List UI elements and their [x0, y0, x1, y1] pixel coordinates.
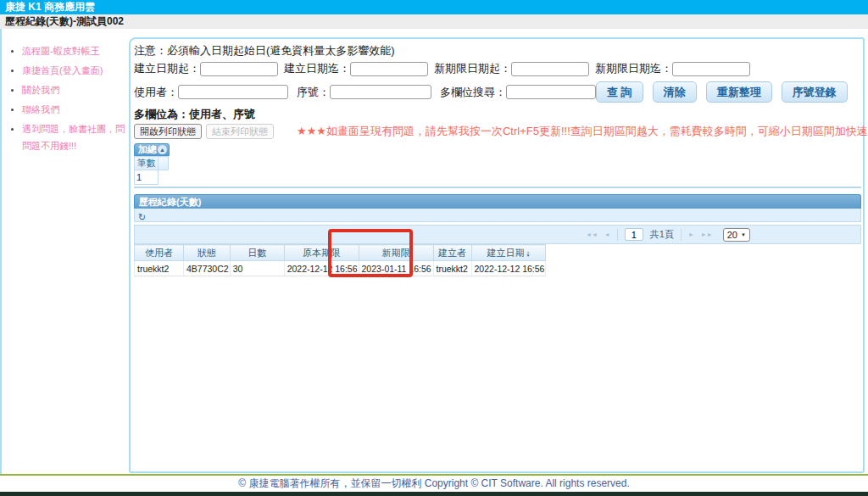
sidebar-item: 關於我們 — [22, 81, 129, 98]
user-label: 使用者： — [134, 85, 178, 100]
refresh-button[interactable]: 重新整理 — [706, 81, 772, 103]
total-pages-label: 共1頁 — [650, 228, 674, 241]
cell-days: 30 — [230, 261, 284, 276]
footer: © 康捷電腦著作權所有，並保留一切權利 Copyright © CIT Soft… — [0, 476, 868, 492]
created-from-label: 建立日期起： — [134, 61, 200, 76]
end-print-status-button: 結束列印狀態 — [206, 124, 274, 139]
serial-label: 序號： — [297, 85, 330, 100]
column-header-status[interactable]: 狀態 — [184, 245, 231, 261]
cell-status: 4B7730C2 — [184, 261, 231, 276]
sum-value-cell: 1 — [135, 170, 159, 185]
sum-value-filler — [159, 170, 169, 185]
sidebar-menu: 流程圖-蝦皮對帳王 康捷首頁(登入畫面) 關於我們 聯絡我們 遇到問題，臉書社團… — [2, 42, 129, 154]
sum-column-header: 筆數 — [135, 157, 159, 170]
action-buttons: 查 詢 清除 重新整理 序號登錄 — [596, 81, 848, 103]
pager-separator — [681, 229, 682, 241]
pager-next-button[interactable]: ► — [685, 231, 698, 237]
cell-user: truekkt2 — [135, 261, 184, 276]
sort-icon: ▲▼ — [526, 250, 531, 257]
multifield-search-input[interactable] — [506, 85, 596, 99]
pager-prev-button[interactable]: ◄ — [601, 231, 614, 237]
filter-row-dates: 建立日期起： 建立日期迄： 新期限日期起： 新期限日期迄： — [134, 61, 863, 76]
sidebar-item: 遇到問題，臉書社團，問問題不用錢!!! — [22, 120, 129, 154]
user-input[interactable] — [178, 85, 288, 99]
sidebar-item: 康捷首頁(登入畫面) — [22, 62, 129, 79]
column-header-created-date[interactable]: 建立日期▲▼ — [471, 245, 546, 261]
multifield-search-label: 多欄位搜尋： — [440, 85, 506, 100]
sidebar-link-home[interactable]: 康捷首頁(登入畫面) — [22, 65, 103, 75]
sidebar-link-facebook-group[interactable]: 遇到問題，臉書社團，問問題不用錢!!! — [22, 124, 125, 151]
cell-original-deadline: 2022-12-12 16:56 — [284, 261, 359, 276]
sum-column-filler — [159, 157, 169, 170]
open-print-status-button[interactable]: 開啟列印狀態 — [134, 124, 202, 139]
sum-panel-title: 加總 — [138, 143, 157, 156]
history-grid: 歷程紀錄(天數) ↻ ◄◄ ◄ 共1頁 ► ►► 20 ▼ — [134, 194, 861, 276]
sidebar: 流程圖-蝦皮對帳王 康捷首頁(登入畫面) 關於我們 聯絡我們 遇到問題，臉書社團… — [0, 29, 129, 474]
sidebar-link-about[interactable]: 關於我們 — [22, 85, 59, 95]
serial-register-button[interactable]: 序號登錄 — [782, 81, 848, 103]
collapse-icon[interactable]: ▲ — [158, 145, 167, 154]
page-title-bar: 歷程紀錄(天數)-測試員002 — [0, 14, 868, 29]
sidebar-link-contact[interactable]: 聯絡我們 — [22, 104, 59, 114]
new-deadline-from-label: 新期限日期起： — [434, 61, 511, 76]
app-header: 康捷 K1 商務應用雲 — [0, 0, 868, 14]
column-header-new-deadline[interactable]: 新期限 — [359, 245, 433, 261]
column-header-original-deadline[interactable]: 原本期限 — [284, 245, 359, 261]
new-deadline-from-input[interactable] — [511, 62, 589, 76]
history-table: 使用者 狀態 日數 原本期限 新期限 建立者 建立日期▲▼ truekkt2 4… — [134, 244, 546, 276]
query-button[interactable]: 查 詢 — [596, 81, 643, 103]
sum-panel: 加總 ▲ 筆數 1 — [134, 143, 863, 185]
page-size-select[interactable]: 20 ▼ — [723, 228, 750, 242]
divider — [134, 187, 861, 188]
column-header-days[interactable]: 日數 — [230, 245, 284, 261]
table-row[interactable]: truekkt2 4B7730C2 30 2022-12-12 16:56 20… — [135, 261, 546, 276]
copyright-text: © 康捷電腦著作權所有，並保留一切權利 Copyright © CIT Soft… — [238, 477, 630, 489]
cell-created-date: 2022-12-12 16:56 — [471, 261, 546, 276]
grid-toolbar: ↻ — [134, 209, 861, 222]
grid-title: 歷程紀錄(天數) — [134, 194, 861, 209]
main-content: 注意：必須輸入日期起始日(避免資料量太多影響效能) 建立日期起： 建立日期迄： … — [129, 37, 865, 473]
sidebar-item: 流程圖-蝦皮對帳王 — [22, 42, 129, 59]
table-header-row: 使用者 狀態 日數 原本期限 新期限 建立者 建立日期▲▼ — [135, 245, 546, 261]
pager: ◄◄ ◄ 共1頁 ► ►► 20 ▼ — [582, 228, 750, 242]
created-to-input[interactable] — [350, 62, 428, 76]
serial-input[interactable] — [330, 85, 431, 99]
created-date-label: 建立日期 — [487, 248, 525, 258]
app-title: 康捷 K1 商務應用雲 — [5, 1, 95, 13]
page-number-input[interactable] — [625, 228, 643, 241]
refresh-icon[interactable]: ↻ — [138, 211, 146, 224]
clear-button[interactable]: 清除 — [653, 81, 697, 103]
pager-last-button[interactable]: ►► — [698, 231, 716, 237]
column-header-user[interactable]: 使用者 — [135, 245, 184, 261]
created-from-input[interactable] — [200, 62, 278, 76]
pager-separator — [617, 229, 618, 241]
cell-creator: truekkt2 — [433, 261, 471, 276]
notice-text: 注意：必須輸入日期起始日(避免資料量太多影響效能) — [134, 43, 863, 59]
warning-text: ★★★如畫面呈現有問題，請先幫我按一次Ctrl+F5更新!!!查詢日期區間越大，… — [297, 124, 868, 139]
print-row: 開啟列印狀態 結束列印狀態 ★★★如畫面呈現有問題，請先幫我按一次Ctrl+F5… — [134, 124, 863, 139]
sidebar-link-flowchart[interactable]: 流程圖-蝦皮對帳王 — [22, 46, 100, 56]
sum-panel-header: 加總 ▲ — [134, 143, 170, 156]
column-header-creator[interactable]: 建立者 — [433, 245, 471, 261]
new-deadline-to-input[interactable] — [672, 62, 750, 76]
grid-pager-bar: ◄◄ ◄ 共1頁 ► ►► 20 ▼ — [134, 225, 861, 244]
new-deadline-to-label: 新期限日期迄： — [595, 61, 672, 76]
sum-table: 筆數 1 — [134, 156, 169, 185]
pager-first-button[interactable]: ◄◄ — [582, 231, 601, 237]
filter-row-text: 使用者： 序號： 多欄位搜尋： 查 詢 清除 重新整理 序號登錄 — [134, 81, 863, 103]
chevron-down-icon: ▼ — [741, 232, 746, 237]
sidebar-item: 聯絡我們 — [22, 101, 129, 118]
bottom-strip — [0, 492, 868, 496]
cell-new-deadline: 2023-01-11 16:56 — [359, 261, 433, 276]
page-size-value: 20 — [727, 230, 737, 240]
multifield-note: 多欄位為：使用者、序號 — [134, 107, 863, 122]
created-to-label: 建立日期迄： — [284, 61, 350, 76]
page-title: 歷程紀錄(天數)-測試員002 — [5, 15, 124, 27]
